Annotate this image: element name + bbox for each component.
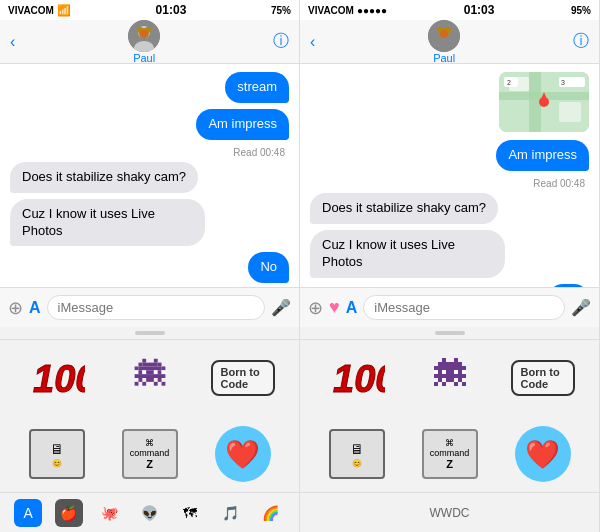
svg-rect-49	[454, 358, 458, 362]
time-left: 01:03	[156, 3, 187, 17]
contact-name-left: Paul	[133, 52, 155, 64]
camera-icon-right[interactable]: ⊕	[308, 297, 323, 319]
svg-rect-16	[134, 370, 138, 374]
svg-rect-19	[146, 370, 154, 374]
dock-icon-5[interactable]: 🗺	[176, 499, 204, 527]
heart-icon-right[interactable]: ♥	[329, 297, 340, 318]
svg-rect-28	[142, 382, 146, 386]
nav-bar-right: ‹ Paul ⓘ	[300, 20, 599, 64]
input-bar-right: ⊕ ♥ A 🎤	[300, 287, 599, 327]
avatar-right	[428, 20, 460, 52]
svg-rect-50	[438, 362, 442, 366]
svg-rect-67	[434, 382, 438, 386]
contact-info-left[interactable]: Paul	[128, 20, 160, 64]
read-status: Read 00:48	[10, 147, 289, 158]
read-status-right: Read 00:48	[310, 178, 589, 189]
svg-rect-23	[134, 374, 165, 378]
svg-rect-15	[161, 366, 165, 370]
info-button-left[interactable]: ⓘ	[273, 31, 289, 52]
svg-rect-29	[153, 382, 157, 386]
battery-left: 75%	[271, 5, 291, 16]
back-button-right[interactable]: ‹	[310, 33, 315, 51]
svg-text:100: 100	[333, 358, 385, 400]
table-row: Does it stabilize shaky cam?	[310, 193, 589, 224]
app-store-icon[interactable]: A	[14, 499, 42, 527]
messages-area-right: 2 3 Am impress Read 00:48 Does it stabil…	[300, 64, 599, 287]
battery-right: 95%	[571, 5, 591, 16]
message-bubble: Does it stabilize shaky cam?	[310, 193, 498, 224]
svg-rect-52	[458, 362, 462, 366]
command-z-icon-right: ⌘ command Z	[422, 429, 478, 479]
sticker-born-to-code-right[interactable]: Born to Code	[511, 346, 575, 410]
heart-bubble-icon: ❤️	[215, 426, 271, 482]
dock-icon-4[interactable]: 👽	[135, 499, 163, 527]
dock-icon-6[interactable]: 🎵	[216, 499, 244, 527]
apps-icon-right[interactable]: A	[346, 299, 358, 317]
svg-point-35	[440, 30, 448, 38]
sticker-alien-right[interactable]	[418, 346, 482, 410]
tray-handle-bar	[0, 327, 299, 340]
svg-rect-57	[438, 370, 442, 374]
sticker-cmd-z[interactable]: ⌘ command Z	[118, 422, 182, 486]
sticker-100-right[interactable]: 100	[325, 346, 389, 410]
svg-rect-40	[559, 102, 581, 122]
info-button-right[interactable]: ⓘ	[573, 31, 589, 52]
dock-icon-7[interactable]: 🌈	[257, 499, 285, 527]
svg-rect-26	[157, 378, 161, 382]
mic-icon[interactable]: 🎤	[271, 298, 291, 317]
apple-icon[interactable]: 🍎	[55, 499, 83, 527]
table-row: Am impress	[310, 140, 589, 171]
svg-rect-13	[134, 366, 138, 370]
contact-info-right[interactable]: Paul	[428, 20, 460, 64]
mac-computer-icon-right: 🖥 😊	[329, 429, 385, 479]
sticker-100[interactable]: 100	[25, 346, 89, 410]
table-row: Cuz I know it uses Live Photos	[310, 230, 589, 278]
svg-text:100: 100	[33, 358, 85, 400]
svg-rect-48	[442, 358, 446, 362]
wwdc-label: WWDC	[430, 506, 470, 520]
svg-rect-12	[157, 363, 161, 367]
message-bubble: No	[248, 252, 289, 283]
sticker-heart[interactable]: ❤️	[211, 422, 275, 486]
svg-rect-17	[138, 370, 142, 374]
svg-rect-22	[161, 370, 165, 374]
svg-rect-61	[458, 370, 462, 374]
dock-icon-3[interactable]: 🐙	[95, 499, 123, 527]
born-to-code-label: Born to Code	[211, 360, 275, 396]
heart-bubble-icon-right: ❤️	[515, 426, 571, 482]
message-bubble: Cuz I know it uses Live Photos	[310, 230, 505, 278]
wifi-icon: 📶	[57, 4, 71, 17]
svg-rect-54	[438, 366, 462, 370]
table-row: Cuz I know it uses Live Photos	[10, 199, 289, 247]
sticker-alien[interactable]	[118, 346, 182, 410]
svg-rect-53	[434, 366, 438, 370]
carrier-left: VIVACOM	[8, 5, 54, 16]
svg-rect-56	[434, 370, 438, 374]
svg-rect-10	[138, 363, 142, 367]
table-row: Does it stabilize shaky cam?	[10, 162, 289, 193]
nav-bar-left: ‹ Paul ⓘ	[0, 20, 299, 64]
message-bubble: Am impress	[196, 109, 289, 140]
sticker-cmd-z-right[interactable]: ⌘ command Z	[418, 422, 482, 486]
table-row: 2 3	[310, 72, 589, 134]
table-row: No	[10, 252, 289, 283]
status-bar-right: VIVACOM ●●●●● 01:03 95%	[300, 0, 599, 20]
sticker-mac[interactable]: 🖥 😊	[25, 422, 89, 486]
apps-icon[interactable]: A	[29, 299, 41, 317]
svg-rect-63	[434, 374, 466, 378]
camera-icon[interactable]: ⊕	[8, 297, 23, 319]
back-button-left[interactable]: ‹	[10, 33, 15, 51]
time-right: 01:03	[464, 3, 495, 17]
sticker-mac-right[interactable]: 🖥 😊	[325, 422, 389, 486]
message-input[interactable]	[47, 295, 265, 320]
svg-rect-58	[442, 370, 446, 374]
message-input-right[interactable]	[363, 295, 565, 320]
command-z-icon: ⌘ command Z	[122, 429, 178, 479]
svg-rect-25	[146, 378, 154, 382]
mic-icon-right[interactable]: 🎤	[571, 298, 591, 317]
svg-rect-24	[138, 378, 142, 382]
sticker-born-to-code[interactable]: Born to Code	[211, 346, 275, 410]
sticker-heart-right[interactable]: ❤️	[511, 422, 575, 486]
table-row: Am impress	[10, 109, 289, 140]
svg-rect-68	[442, 382, 446, 386]
